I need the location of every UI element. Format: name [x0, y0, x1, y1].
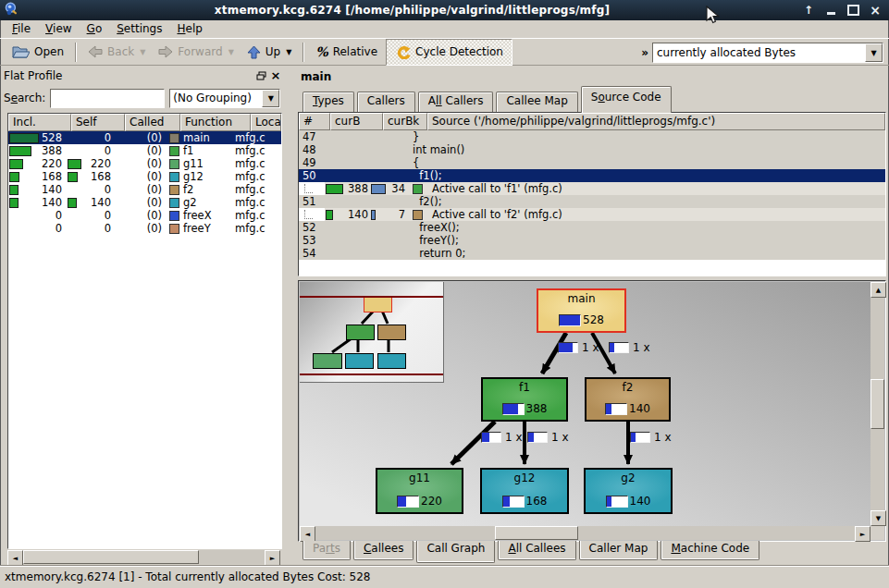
graph-node-g11[interactable]: g11220 — [376, 468, 463, 514]
tab-callee-map[interactable]: Callee Map — [496, 92, 577, 113]
tab-callers[interactable]: Callers — [357, 92, 415, 113]
scroll-right-icon[interactable]: ► — [855, 526, 870, 542]
back-dropdown-caret[interactable]: ▼ — [140, 48, 145, 56]
self-cell: 0 — [67, 209, 116, 222]
graph-node-main[interactable]: main528 — [537, 288, 626, 333]
back-button[interactable]: Back ▼ — [81, 40, 152, 64]
minimize-button[interactable] — [824, 4, 837, 17]
scroll-left-icon[interactable]: ◄ — [300, 526, 315, 542]
source-column-header[interactable]: curB — [330, 113, 383, 130]
source-line-53[interactable]: 53 freeY(); — [299, 234, 885, 247]
source-header: #curBcurBkSource ('/home/philippe/valgri… — [299, 113, 885, 130]
scroll-down-icon[interactable]: ▼ — [870, 510, 886, 526]
source-call-row[interactable]: 1407Active call to 'f2' (mfg.c) — [299, 208, 885, 221]
maximize-button[interactable] — [846, 4, 859, 17]
incl-value: 140 — [42, 183, 62, 196]
relative-toggle[interactable]: % Relative — [309, 40, 384, 64]
menu-item-view[interactable]: View — [38, 21, 79, 37]
graph-hscrollbar[interactable]: ◄ ► — [300, 526, 870, 540]
menu-item-go[interactable]: Go — [80, 21, 110, 37]
graph-overview[interactable] — [300, 282, 444, 383]
cycle-detection-toggle[interactable]: Cycle Detection — [386, 39, 512, 66]
forward-button[interactable]: Forward ▼ — [152, 40, 240, 64]
forward-dropdown-caret[interactable]: ▼ — [228, 48, 234, 56]
source-line-52[interactable]: 52 freeX(); — [299, 221, 885, 234]
scroll-left-icon[interactable]: ◄ — [7, 550, 23, 566]
grouping-combo[interactable]: (No Grouping) ▼ — [169, 89, 280, 108]
tab-source-code[interactable]: Source Code — [581, 86, 672, 113]
function-color-icon — [169, 146, 179, 156]
column-header-self[interactable]: Self — [71, 114, 125, 131]
menu-item-help[interactable]: Help — [169, 21, 209, 37]
open-button[interactable]: Open — [5, 40, 70, 64]
scroll-thumb[interactable] — [23, 550, 199, 564]
node-cost-bar — [502, 403, 525, 415]
table-row-g11[interactable]: 220220(0)g11mfg.c — [8, 157, 281, 170]
float-dock-icon[interactable] — [253, 69, 268, 82]
call-graph-canvas[interactable]: main528f1388f2140g11220g12168g21401 x1 x… — [300, 282, 870, 526]
menu-item-settings[interactable]: Settings — [109, 21, 169, 37]
table-row-freeY[interactable]: 00(0)freeYmfg.c — [8, 222, 281, 235]
tab-callees[interactable]: Callees — [353, 541, 414, 560]
kcachegrind-window: { "window": { "title": "xtmemory.kcg.627… — [0, 0, 889, 588]
column-header-function[interactable]: Function — [180, 114, 251, 131]
graph-vscrollbar[interactable]: ▲ ▼ — [870, 282, 884, 526]
combo-dropdown-icon[interactable]: ▼ — [865, 43, 883, 62]
combo-dropdown-icon[interactable]: ▼ — [262, 90, 279, 107]
search-input[interactable] — [50, 89, 165, 108]
graph-node-g12[interactable]: g12168 — [480, 468, 569, 514]
tab-all-callees[interactable]: All Callees — [498, 541, 575, 560]
source-line-49[interactable]: 49{ — [299, 156, 885, 169]
function-color-icon — [169, 185, 179, 195]
source-code-text: freeY(); — [407, 234, 885, 247]
column-header-incl[interactable]: Incl. — [8, 114, 71, 131]
tab-caller-map[interactable]: Caller Map — [579, 541, 659, 560]
source-line-54[interactable]: 54 return 0; — [299, 247, 885, 260]
scroll-up-icon[interactable]: ▲ — [870, 282, 886, 298]
graph-node-g2[interactable]: g2140 — [584, 468, 673, 514]
function-cell: f2 — [167, 183, 230, 196]
function-name: f2 — [183, 183, 193, 196]
location-value: mfg.c — [230, 209, 281, 222]
column-header-called[interactable]: Called — [125, 114, 180, 131]
up-button[interactable]: Up ▼ — [241, 40, 299, 64]
close-button[interactable]: × — [869, 4, 882, 17]
relative-label: Relative — [333, 45, 377, 58]
source-line-48[interactable]: 48int main() — [299, 143, 885, 156]
source-call-row[interactable]: 38834Active call to 'f1' (mfg.c) — [299, 182, 885, 195]
scroll-right-icon[interactable]: ► — [265, 550, 280, 566]
forward-arrow-icon — [158, 45, 173, 58]
source-column-header[interactable]: curBk — [383, 113, 427, 130]
table-row-g12[interactable]: 168168(0)g12mfg.c — [8, 170, 281, 183]
graph-node-f2[interactable]: f2140 — [585, 377, 671, 422]
call-annotation[interactable]: Active call to 'f1' (mfg.c) — [407, 182, 885, 195]
tab-call-graph[interactable]: Call Graph — [416, 541, 495, 563]
table-row-freeX[interactable]: 00(0)freeXmfg.c — [8, 209, 281, 222]
graph-node-f1[interactable]: f1388 — [481, 377, 568, 422]
source-column-header[interactable]: Source ('/home/philippe/valgrind/littlep… — [427, 113, 885, 130]
column-header-location[interactable]: Location — [251, 114, 281, 131]
table-row-main[interactable]: 5280(0)mainmfg.c — [8, 131, 281, 144]
tab-all-callers[interactable]: All Callers — [418, 92, 494, 113]
menu-item-file[interactable]: File — [5, 21, 38, 37]
source-line-47[interactable]: 47} — [299, 130, 885, 143]
scroll-thumb[interactable] — [870, 379, 884, 429]
call-annotation[interactable]: Active call to 'f2' (mfg.c) — [407, 208, 885, 221]
close-dock-icon[interactable]: × — [268, 69, 283, 82]
flat-profile-hscrollbar[interactable]: ◄ ► — [7, 550, 280, 564]
tab-types[interactable]: Types — [303, 92, 354, 113]
toolbar-overflow-chevron[interactable]: » — [641, 46, 648, 59]
table-row-f1[interactable]: 3880(0)f1mfg.c — [8, 144, 281, 157]
source-column-header[interactable]: # — [299, 113, 330, 130]
source-line-51[interactable]: 51 f2(); — [299, 195, 885, 208]
keep-above-button[interactable]: ↑ — [802, 4, 815, 17]
tab-parts[interactable]: Parts — [303, 541, 351, 560]
source-line-50[interactable]: 50 f1(); — [299, 169, 885, 182]
tab-machine-code[interactable]: Machine Code — [661, 541, 759, 560]
table-row-f2[interactable]: 1400(0)f2mfg.c — [8, 183, 281, 196]
table-row-g2[interactable]: 140140(0)g2mfg.c — [8, 196, 281, 209]
self-value: 0 — [105, 144, 111, 157]
up-dropdown-caret[interactable]: ▼ — [286, 48, 291, 56]
metric-combo[interactable]: currently allocated Bytes ▼ — [652, 43, 883, 63]
scroll-thumb[interactable] — [495, 526, 578, 540]
